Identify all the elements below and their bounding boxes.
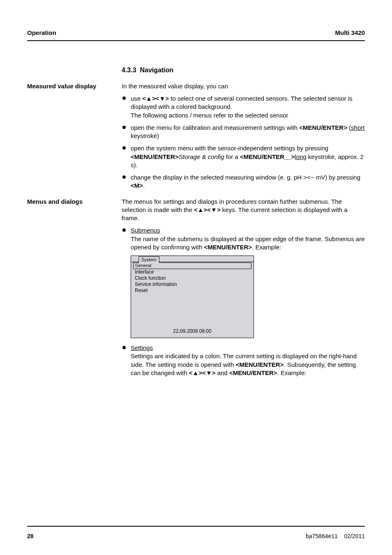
page-header: Operation Multi 3420 <box>27 29 365 40</box>
b4-key: <M> <box>131 182 143 189</box>
b3-ital: Storage & config <box>179 153 224 160</box>
doc-date: 02/2011 <box>344 533 365 539</box>
bullet-settings: Settings Settings are indicated by a col… <box>122 344 365 377</box>
b4-pre: change the display in the selected measu… <box>131 174 360 181</box>
menus-intro: The menus for settings and dialogs in pr… <box>122 198 365 223</box>
settings-c: and <box>216 369 229 376</box>
device-mock: System General Interface Clock function … <box>131 256 254 338</box>
submenus-line-b: . Example: <box>252 244 281 251</box>
b1-pre: use <box>131 95 142 102</box>
menus-bullets-2: Settings Settings are indicated by a col… <box>122 344 365 377</box>
b3-key1: <MENU/ENTER> <box>131 153 179 160</box>
footer-rule <box>27 526 365 527</box>
device-item-clock: Clock function <box>133 275 251 281</box>
section-heading: 4.3.3 Navigation <box>122 66 365 75</box>
b2-pre: open the menu for calibration and measur… <box>131 124 299 131</box>
device-item-reset: Reset <box>133 288 251 294</box>
settings-key3: <MENU/ENTER> <box>229 369 277 376</box>
measured-bullets: use <▲><▼> to select one of several conn… <box>122 94 365 190</box>
footer-row: 28 ba75864e11 02/2011 <box>27 532 365 540</box>
submenus-title: Submenus <box>131 227 160 234</box>
bullet-select-sensor: use <▲><▼> to select one of several conn… <box>122 94 365 120</box>
b3-long: long <box>295 153 306 160</box>
bullet-change-display: change the display in the selected measu… <box>122 173 365 190</box>
b1-post2: The following actions / menus refer to t… <box>131 112 288 119</box>
side-label-measured: Measured value display <box>27 82 113 90</box>
device-item-general: General <box>133 263 251 269</box>
b4-post: . <box>143 182 145 189</box>
side-label-menus: Menus and dialogs <box>27 198 113 206</box>
bullet-submenus: Submenus The name of the submenu is disp… <box>122 226 365 251</box>
b3-b: for a <box>224 153 240 160</box>
settings-keys2: <▲><▼> <box>189 369 216 376</box>
b2-key: <MENU/ENTER> <box>299 124 347 131</box>
doc-id: ba75864e11 <box>306 533 338 539</box>
section-title: Navigation <box>140 67 173 74</box>
menus-bullets: Submenus The name of the submenu is disp… <box>122 226 365 251</box>
b3-key2: <MENU/ENTER__> <box>240 153 295 160</box>
device-tab: System <box>138 256 159 263</box>
header-right: Multi 3420 <box>335 29 365 37</box>
footer-right: ba75864e11 02/2011 <box>306 532 365 540</box>
menus-dialogs-block: Menus and dialogs The menus for settings… <box>122 198 365 377</box>
device-item-service: Service information <box>133 281 251 288</box>
b3-a: open the system menu with the sensor-ind… <box>131 145 328 152</box>
b2-short: short <box>351 124 364 131</box>
section-number: 4.3.3 <box>122 67 136 74</box>
b2-paren-open: ( <box>347 124 351 131</box>
settings-title: Settings <box>131 344 153 351</box>
device-tab-bar: System <box>131 256 254 262</box>
device-status: 22.09.2009 08:00 <box>131 318 254 338</box>
menus-keys: <▲><▼> <box>194 206 221 213</box>
settings-key1: <MENU/ENTER> <box>236 361 284 368</box>
device-item-interface: Interface <box>133 269 251 275</box>
b2-paren-close: keystroke) <box>131 132 159 139</box>
header-left: Operation <box>27 29 56 37</box>
measured-value-block: Measured value display In the measured v… <box>122 82 365 190</box>
submenus-key: <MENU/ENTER> <box>204 244 252 251</box>
page-footer: 28 ba75864e11 02/2011 <box>27 526 365 540</box>
bullet-open-calibration: open the menu for calibration and measur… <box>122 124 365 140</box>
b1-keys: <▲><▼> <box>142 95 169 102</box>
device-spacer <box>133 294 251 317</box>
device-body: General Interface Clock function Service… <box>131 262 254 318</box>
page-number: 28 <box>27 532 34 540</box>
bullet-open-system-menu: open the system menu with the sensor-ind… <box>122 144 365 169</box>
settings-d: . Example: <box>277 369 307 376</box>
measured-intro: In the measured value display, you can <box>122 82 365 90</box>
header-rule <box>27 40 365 41</box>
